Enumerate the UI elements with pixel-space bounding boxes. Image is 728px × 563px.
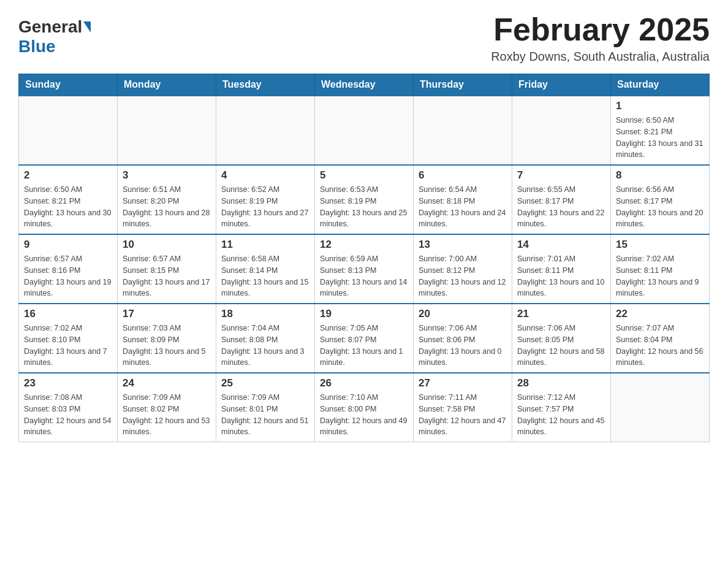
- header-day-tuesday: Tuesday: [216, 74, 315, 96]
- day-info: Sunrise: 7:03 AM Sunset: 8:09 PM Dayligh…: [123, 323, 211, 369]
- day-cell: 18Sunrise: 7:04 AM Sunset: 8:08 PM Dayli…: [216, 304, 315, 373]
- day-info: Sunrise: 7:00 AM Sunset: 8:12 PM Dayligh…: [419, 253, 507, 299]
- day-info: Sunrise: 7:02 AM Sunset: 8:11 PM Dayligh…: [616, 253, 704, 299]
- page-subtitle: Roxby Downs, South Australia, Australia: [491, 50, 710, 64]
- day-cell: [414, 96, 512, 165]
- day-number: 14: [517, 239, 605, 251]
- day-cell: [118, 96, 216, 165]
- day-info: Sunrise: 7:10 AM Sunset: 8:00 PM Dayligh…: [320, 392, 408, 438]
- day-cell: [315, 96, 414, 165]
- day-info: Sunrise: 6:59 AM Sunset: 8:13 PM Dayligh…: [320, 253, 408, 299]
- day-cell: [611, 373, 710, 442]
- logo: General Blue: [18, 12, 92, 56]
- day-info: Sunrise: 6:57 AM Sunset: 8:15 PM Dayligh…: [123, 253, 211, 299]
- day-cell: 14Sunrise: 7:01 AM Sunset: 8:11 PM Dayli…: [512, 234, 611, 304]
- day-info: Sunrise: 6:52 AM Sunset: 8:19 PM Dayligh…: [221, 184, 309, 230]
- day-cell: 7Sunrise: 6:55 AM Sunset: 8:17 PM Daylig…: [512, 165, 611, 234]
- day-cell: [512, 96, 611, 165]
- day-cell: [216, 96, 315, 165]
- day-info: Sunrise: 6:56 AM Sunset: 8:17 PM Dayligh…: [616, 184, 704, 230]
- day-number: 22: [616, 308, 704, 320]
- day-number: 27: [419, 377, 507, 389]
- day-cell: 19Sunrise: 7:05 AM Sunset: 8:07 PM Dayli…: [315, 304, 414, 373]
- day-cell: 23Sunrise: 7:08 AM Sunset: 8:03 PM Dayli…: [19, 373, 118, 442]
- day-info: Sunrise: 6:51 AM Sunset: 8:20 PM Dayligh…: [123, 184, 211, 230]
- header-day-wednesday: Wednesday: [315, 74, 414, 96]
- day-cell: 2Sunrise: 6:50 AM Sunset: 8:21 PM Daylig…: [19, 165, 118, 234]
- day-number: 21: [517, 308, 605, 320]
- day-info: Sunrise: 6:58 AM Sunset: 8:14 PM Dayligh…: [221, 253, 309, 299]
- calendar-table: SundayMondayTuesdayWednesdayThursdayFrid…: [18, 74, 710, 442]
- day-number: 23: [24, 377, 112, 389]
- day-cell: 22Sunrise: 7:07 AM Sunset: 8:04 PM Dayli…: [611, 304, 710, 373]
- calendar-header: SundayMondayTuesdayWednesdayThursdayFrid…: [19, 74, 710, 96]
- day-number: 6: [419, 169, 507, 182]
- day-cell: 12Sunrise: 6:59 AM Sunset: 8:13 PM Dayli…: [315, 234, 414, 304]
- day-info: Sunrise: 7:06 AM Sunset: 8:05 PM Dayligh…: [517, 323, 605, 369]
- header: General Blue February 2025 Roxby Downs, …: [18, 12, 710, 64]
- day-info: Sunrise: 6:53 AM Sunset: 8:19 PM Dayligh…: [320, 184, 408, 230]
- day-number: 28: [517, 377, 605, 389]
- day-number: 7: [517, 169, 605, 182]
- header-day-friday: Friday: [512, 74, 611, 96]
- title-area: February 2025 Roxby Downs, South Austral…: [491, 12, 710, 64]
- day-number: 25: [221, 377, 309, 389]
- logo-general-text: General: [18, 17, 82, 37]
- day-number: 4: [221, 169, 309, 182]
- day-cell: 10Sunrise: 6:57 AM Sunset: 8:15 PM Dayli…: [118, 234, 216, 304]
- day-cell: 13Sunrise: 7:00 AM Sunset: 8:12 PM Dayli…: [414, 234, 512, 304]
- day-number: 13: [419, 239, 507, 251]
- day-info: Sunrise: 7:05 AM Sunset: 8:07 PM Dayligh…: [320, 323, 408, 369]
- day-cell: 17Sunrise: 7:03 AM Sunset: 8:09 PM Dayli…: [118, 304, 216, 373]
- day-cell: 24Sunrise: 7:09 AM Sunset: 8:02 PM Dayli…: [118, 373, 216, 442]
- day-cell: 15Sunrise: 7:02 AM Sunset: 8:11 PM Dayli…: [611, 234, 710, 304]
- day-cell: 26Sunrise: 7:10 AM Sunset: 8:00 PM Dayli…: [315, 373, 414, 442]
- header-day-monday: Monday: [118, 74, 216, 96]
- day-number: 18: [221, 308, 309, 320]
- day-number: 9: [24, 239, 112, 251]
- week-row-3: 9Sunrise: 6:57 AM Sunset: 8:16 PM Daylig…: [19, 234, 710, 304]
- day-cell: 25Sunrise: 7:09 AM Sunset: 8:01 PM Dayli…: [216, 373, 315, 442]
- day-info: Sunrise: 7:04 AM Sunset: 8:08 PM Dayligh…: [221, 323, 309, 369]
- day-info: Sunrise: 7:06 AM Sunset: 8:06 PM Dayligh…: [419, 323, 507, 369]
- day-number: 3: [123, 169, 211, 182]
- day-info: Sunrise: 6:50 AM Sunset: 8:21 PM Dayligh…: [616, 115, 704, 161]
- week-row-5: 23Sunrise: 7:08 AM Sunset: 8:03 PM Dayli…: [19, 373, 710, 442]
- day-info: Sunrise: 6:50 AM Sunset: 8:21 PM Dayligh…: [24, 184, 112, 230]
- day-info: Sunrise: 7:12 AM Sunset: 7:57 PM Dayligh…: [517, 392, 605, 438]
- day-number: 19: [320, 308, 408, 320]
- day-info: Sunrise: 7:01 AM Sunset: 8:11 PM Dayligh…: [517, 253, 605, 299]
- day-number: 11: [221, 239, 309, 251]
- day-cell: 6Sunrise: 6:54 AM Sunset: 8:18 PM Daylig…: [414, 165, 512, 234]
- day-number: 2: [24, 169, 112, 182]
- header-day-sunday: Sunday: [19, 74, 118, 96]
- day-cell: [19, 96, 118, 165]
- day-cell: 5Sunrise: 6:53 AM Sunset: 8:19 PM Daylig…: [315, 165, 414, 234]
- week-row-4: 16Sunrise: 7:02 AM Sunset: 8:10 PM Dayli…: [19, 304, 710, 373]
- day-info: Sunrise: 7:09 AM Sunset: 8:01 PM Dayligh…: [221, 392, 309, 438]
- day-number: 24: [123, 377, 211, 389]
- day-info: Sunrise: 6:54 AM Sunset: 8:18 PM Dayligh…: [419, 184, 507, 230]
- header-day-thursday: Thursday: [414, 74, 512, 96]
- day-cell: 16Sunrise: 7:02 AM Sunset: 8:10 PM Dayli…: [19, 304, 118, 373]
- logo-blue-text: Blue: [18, 37, 56, 56]
- day-number: 26: [320, 377, 408, 389]
- week-row-1: 1Sunrise: 6:50 AM Sunset: 8:21 PM Daylig…: [19, 96, 710, 165]
- day-number: 17: [123, 308, 211, 320]
- day-cell: 28Sunrise: 7:12 AM Sunset: 7:57 PM Dayli…: [512, 373, 611, 442]
- day-cell: 4Sunrise: 6:52 AM Sunset: 8:19 PM Daylig…: [216, 165, 315, 234]
- week-row-2: 2Sunrise: 6:50 AM Sunset: 8:21 PM Daylig…: [19, 165, 710, 234]
- day-cell: 20Sunrise: 7:06 AM Sunset: 8:06 PM Dayli…: [414, 304, 512, 373]
- day-info: Sunrise: 7:02 AM Sunset: 8:10 PM Dayligh…: [24, 323, 112, 369]
- header-row: SundayMondayTuesdayWednesdayThursdayFrid…: [19, 74, 710, 96]
- day-cell: 27Sunrise: 7:11 AM Sunset: 7:58 PM Dayli…: [414, 373, 512, 442]
- day-number: 5: [320, 169, 408, 182]
- day-info: Sunrise: 6:55 AM Sunset: 8:17 PM Dayligh…: [517, 184, 605, 230]
- logo-arrow-icon: [83, 21, 91, 33]
- day-cell: 9Sunrise: 6:57 AM Sunset: 8:16 PM Daylig…: [19, 234, 118, 304]
- day-info: Sunrise: 7:09 AM Sunset: 8:02 PM Dayligh…: [123, 392, 211, 438]
- day-number: 1: [616, 100, 704, 112]
- day-number: 12: [320, 239, 408, 251]
- day-info: Sunrise: 7:07 AM Sunset: 8:04 PM Dayligh…: [616, 323, 704, 369]
- day-info: Sunrise: 7:08 AM Sunset: 8:03 PM Dayligh…: [24, 392, 112, 438]
